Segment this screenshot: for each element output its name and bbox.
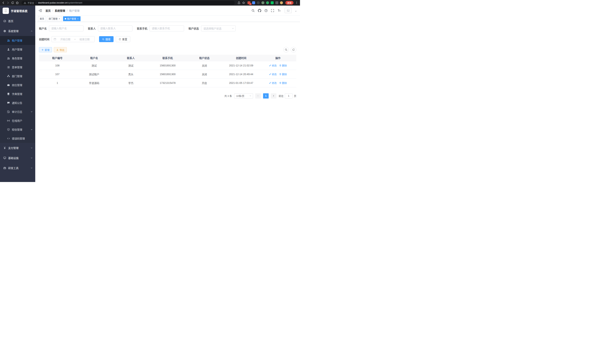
extension-icon-6[interactable] — [271, 1, 274, 4]
browser-home-icon[interactable] — [16, 1, 19, 4]
tab-2[interactable]: 租户管理 — [63, 16, 81, 21]
sidebar-item-9[interactable]: 通知公告 — [0, 98, 35, 107]
browser-reload-icon[interactable] — [11, 1, 14, 4]
tab-1[interactable]: 部门管理 — [47, 16, 62, 21]
sidebar-item-3[interactable]: 用户管理 — [0, 45, 35, 54]
prev-page-button[interactable] — [255, 93, 261, 99]
extension-icon-4[interactable] — [262, 1, 264, 4]
tab-0[interactable]: 首页 — [38, 16, 46, 21]
table-cell-actions: 修改删除 — [260, 61, 296, 70]
trash-icon — [279, 64, 281, 67]
breadcrumb-item-current: 租户管理 — [69, 9, 80, 12]
sidebar-item-6[interactable]: 部门管理 — [0, 72, 35, 81]
sidebar-item-11[interactable]: 在线用户 — [0, 116, 35, 125]
omnibox-divider — [36, 2, 36, 4]
tenant-name-input[interactable] — [49, 25, 84, 31]
sidebar-item-13[interactable]: 错误码管理 — [0, 134, 35, 143]
create-time-field: 创建时间 开始日期 - 结束日期 — [39, 36, 95, 42]
header-search-icon[interactable] — [251, 9, 255, 12]
avatar-caret-icon[interactable] — [295, 10, 297, 12]
edit-link[interactable]: 修改 — [269, 81, 277, 84]
sidebar-item-label: 通知公告 — [12, 101, 22, 105]
status-select[interactable]: 请选择租户状态 — [201, 25, 236, 31]
sidebar-item-7[interactable]: 岗位管理 — [0, 81, 35, 89]
delete-link[interactable]: 删除 — [279, 81, 287, 84]
browser-forward-icon[interactable] — [7, 1, 9, 4]
breadcrumb-item-system[interactable]: 系统管理 — [55, 9, 65, 12]
edit-link[interactable]: 修改 — [269, 64, 277, 67]
delete-link[interactable]: 删除 — [279, 64, 287, 67]
sidebar-item-12[interactable]: 短信管理 — [0, 125, 35, 134]
extension-icon-3[interactable] — [257, 1, 260, 4]
sidebar-toggle-icon[interactable] — [38, 9, 42, 12]
search-button[interactable]: 搜索 — [99, 36, 113, 42]
browser-menu-icon[interactable] — [295, 1, 298, 4]
sidebar-item-2[interactable]: 租户管理 — [0, 36, 35, 45]
extension-icon-2[interactable] — [252, 1, 255, 4]
date-range-picker[interactable]: 开始日期 - 结束日期 — [52, 36, 95, 42]
edit-icon — [269, 73, 271, 75]
sidebar-item-15[interactable]: 基础设施 — [0, 153, 35, 163]
sidebar-item-label: 字典管理 — [12, 92, 22, 96]
table-cell: 2021-01-05 17:03:47 — [223, 78, 260, 87]
close-icon[interactable] — [58, 18, 60, 20]
extension-icon-1[interactable]: 10 — [247, 1, 251, 4]
delete-link[interactable]: 删除 — [279, 72, 287, 76]
contact-input[interactable] — [98, 25, 132, 31]
table-cell: 开启 — [186, 78, 223, 87]
sidebar-item-1[interactable]: 系统管理 — [0, 26, 35, 36]
extension-icon-5[interactable] — [266, 1, 269, 4]
sidebar-item-5[interactable]: 菜单管理 — [0, 63, 35, 72]
add-button[interactable]: 新增 — [39, 47, 52, 52]
reset-button[interactable]: 重置 — [116, 36, 130, 42]
tab-label: 首页 — [40, 17, 44, 20]
sidebar-item-8[interactable]: 字典管理 — [0, 89, 35, 98]
toggle-search-button[interactable] — [283, 47, 289, 53]
pagination: 共 3 条 10条/页 1 前往 页 — [39, 93, 296, 99]
browser-update-button[interactable]: 更新 — [285, 1, 293, 5]
next-page-button[interactable] — [271, 93, 276, 99]
font-size-icon[interactable] — [277, 9, 281, 12]
chevron-down-icon — [31, 147, 33, 149]
reset-button-label: 重置 — [122, 37, 127, 41]
export-button[interactable]: 导出 — [54, 47, 67, 52]
sidebar-item-14[interactable]: 支付管理 — [0, 143, 35, 153]
gear-icon — [3, 30, 6, 32]
goto-page-input[interactable] — [285, 93, 293, 99]
sidebar-item-4[interactable]: 角色管理 — [0, 54, 35, 63]
broken-image-icon — [287, 9, 290, 12]
edit-link[interactable]: 修改 — [269, 72, 277, 76]
close-icon[interactable] — [77, 18, 79, 20]
refresh-table-button[interactable] — [291, 47, 296, 53]
app-logo[interactable]: 芋道管理系统 — [0, 6, 35, 16]
bookmark-star-icon[interactable] — [242, 1, 245, 4]
breadcrumb-separator: / — [52, 9, 53, 12]
breadcrumb-item-home[interactable]: 首页 — [46, 9, 51, 12]
address-bar[interactable]: 不安全 dashboard.yudao.iocoder.cn/system/te… — [21, 1, 235, 5]
chevron-down-icon — [232, 28, 234, 29]
user-avatar[interactable] — [285, 8, 292, 13]
sidebar-item-16[interactable]: 研发工具 — [0, 163, 35, 173]
profile-avatar[interactable] — [280, 1, 283, 4]
fullscreen-icon[interactable] — [271, 9, 274, 12]
table-cell: 107 — [39, 70, 76, 78]
browser-back-icon[interactable] — [2, 1, 5, 4]
extension-icon-7[interactable] — [275, 1, 278, 4]
github-icon[interactable] — [258, 9, 261, 12]
page-size-select[interactable]: 10条/页 — [234, 93, 253, 99]
phone-input[interactable] — [150, 25, 184, 31]
sidebar-item-10[interactable]: 审计日志 — [0, 107, 35, 116]
table-cell: 1 — [39, 78, 76, 87]
sidebar-item-0[interactable]: 首页 — [0, 16, 35, 26]
table-cell: 秃头 — [112, 70, 149, 78]
tenant-table: 租户编号租户名联系人联系手机租户状态创建时间操作 108测试测试15601691… — [39, 55, 296, 87]
contact-field: 联系人 — [88, 25, 132, 31]
help-icon[interactable] — [264, 9, 268, 12]
page-1-button[interactable]: 1 — [263, 93, 269, 99]
refresh-icon — [292, 48, 295, 51]
sidebar-item-label: 岗位管理 — [12, 83, 22, 87]
chevron-down-icon — [31, 129, 33, 131]
table-toolbar: 新增 导出 — [39, 47, 296, 53]
share-icon[interactable] — [237, 1, 240, 4]
sidebar-item-label: 短信管理 — [12, 128, 22, 131]
